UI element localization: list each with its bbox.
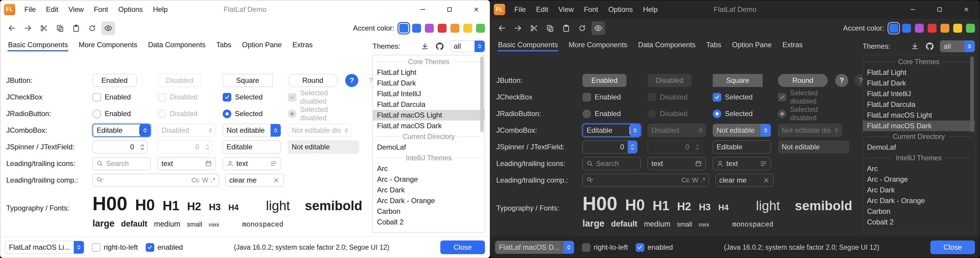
enabled-checkbox[interactable] [636, 243, 644, 252]
forward-icon[interactable] [511, 21, 525, 35]
match-case-icon[interactable]: Cc [191, 176, 199, 184]
themes-filter-combobox[interactable]: all [450, 40, 485, 52]
editable-textfield[interactable] [223, 141, 281, 154]
accent-swatch-blue[interactable] [412, 24, 421, 33]
paste-icon[interactable] [69, 21, 83, 35]
lookandfeel-combobox[interactable]: FlatLaf macOS D... [495, 241, 574, 254]
combobox-arrows-icon[interactable] [270, 124, 281, 136]
spinner-value[interactable]: 0 [583, 141, 628, 153]
date-field-input[interactable] [651, 160, 692, 168]
theme-item-carbon[interactable]: Carbon [373, 206, 485, 217]
checkbox-enabled[interactable] [92, 93, 101, 101]
editable-combobox[interactable]: Editable [582, 124, 641, 137]
copy-icon[interactable] [53, 21, 67, 35]
spinner-stepper-icon[interactable] [138, 141, 147, 153]
square-button[interactable]: Square [223, 74, 273, 87]
accent-swatch-orange[interactable] [940, 24, 950, 33]
checkbox-enabled[interactable] [582, 93, 591, 101]
radio-enabled[interactable] [582, 109, 591, 118]
user-field[interactable] [223, 157, 281, 170]
theme-item-flatlaf-intellij[interactable]: FlatLaf IntelliJ [373, 89, 485, 99]
theme-item-arc-dark-orange[interactable]: Arc Dark - Orange [373, 195, 485, 206]
editable-textfield-input[interactable] [227, 143, 277, 151]
tab-data-components[interactable]: Data Components [633, 39, 701, 54]
refresh-icon[interactable] [575, 21, 589, 35]
radio-enabled[interactable] [92, 109, 101, 118]
back-icon[interactable] [495, 21, 509, 35]
maximize-button[interactable] [436, 0, 463, 19]
search-options-field[interactable]: Cc W .* [582, 174, 709, 187]
theme-item-flatlaf-macos-dark[interactable]: FlatLaf macOS Dark [373, 120, 485, 131]
paste-icon[interactable] [559, 21, 573, 35]
themes-scrollbar-thumb[interactable] [970, 56, 974, 132]
match-case-icon[interactable]: Cc [681, 176, 689, 184]
menu-help[interactable]: Help [638, 0, 662, 19]
tab-tabs[interactable]: Tabs [701, 39, 727, 54]
enabled-button[interactable]: Enabled [582, 74, 627, 87]
tab-data-components[interactable]: Data Components [143, 39, 211, 54]
lookandfeel-combobox-value[interactable]: FlatLaf macOS D... [495, 241, 564, 253]
enabled-button[interactable]: Enabled [92, 74, 137, 87]
date-field-input[interactable] [161, 160, 202, 168]
right-to-left-checkbox[interactable] [582, 243, 590, 252]
accent-swatch-purple[interactable] [425, 24, 434, 33]
search-options-input[interactable] [106, 176, 189, 184]
enabled-checkbox[interactable] [146, 243, 154, 252]
tab-extras[interactable]: Extras [287, 39, 318, 54]
noneditable-combobox-value[interactable]: Not editable [713, 124, 760, 136]
accent-swatch-selected[interactable] [399, 24, 408, 33]
theme-item-arc-orange[interactable]: Arc - Orange [373, 174, 485, 185]
menu-options[interactable]: Options [113, 0, 148, 19]
theme-item-flatlaf-macos-light[interactable]: FlatLaf macOS Light [373, 110, 485, 120]
download-icon[interactable] [420, 41, 430, 52]
menu-list-icon[interactable] [270, 160, 277, 167]
theme-item-flatlaf-light[interactable]: FlatLaf Light [863, 67, 975, 78]
combobox-arrows-icon[interactable] [74, 241, 84, 253]
editable-textfield[interactable] [713, 141, 771, 154]
combobox-arrows-icon[interactable] [564, 241, 574, 253]
theme-item-demolaf[interactable]: DemoLaf [373, 142, 485, 153]
minimize-button[interactable] [899, 0, 926, 19]
clearable-field-input[interactable] [229, 176, 270, 184]
clear-icon[interactable] [273, 177, 280, 184]
clearable-field[interactable] [225, 174, 284, 187]
checkbox-selected[interactable] [713, 93, 721, 101]
noneditable-combobox-value[interactable]: Not editable [223, 124, 270, 136]
tab-tabs[interactable]: Tabs [211, 39, 237, 54]
user-field-input[interactable] [726, 160, 757, 168]
menu-view[interactable]: View [553, 0, 579, 19]
theme-item-flatlaf-darcula[interactable]: FlatLaf Darcula [373, 99, 485, 110]
show-hidden-eye-icon[interactable] [102, 21, 115, 35]
round-button[interactable]: Round [778, 74, 828, 87]
theme-item-carbon[interactable]: Carbon [863, 206, 975, 217]
radio-selected[interactable] [223, 109, 231, 118]
accent-swatch-orange[interactable] [450, 24, 460, 33]
spinner-value[interactable]: 0 [93, 141, 138, 153]
theme-item-flatlaf-intellij[interactable]: FlatLaf IntelliJ [863, 89, 975, 99]
theme-item-arc[interactable]: Arc [373, 163, 485, 174]
download-icon[interactable] [910, 41, 920, 52]
theme-item-arc-dark[interactable]: Arc Dark [863, 185, 975, 195]
theme-item-arc-orange[interactable]: Arc - Orange [863, 174, 975, 185]
radio-selected[interactable] [713, 109, 721, 118]
show-hidden-eye-icon[interactable] [592, 21, 605, 35]
clearable-field[interactable] [715, 174, 774, 187]
maximize-button[interactable] [926, 0, 953, 19]
tab-extras[interactable]: Extras [777, 39, 808, 54]
refresh-icon[interactable] [85, 21, 99, 35]
search-options-input[interactable] [596, 176, 679, 184]
tab-more-components[interactable]: More Components [73, 39, 142, 54]
tab-option-pane[interactable]: Option Pane [237, 39, 287, 54]
themes-filter-value[interactable]: all [940, 41, 964, 52]
themes-filter-value[interactable]: all [450, 41, 474, 52]
accent-swatch-green[interactable] [476, 24, 485, 33]
whole-word-icon[interactable]: W [202, 176, 208, 184]
editable-textfield-input[interactable] [717, 143, 767, 151]
search-field[interactable] [582, 157, 641, 170]
close-dialog-button[interactable]: Close [930, 241, 975, 254]
cut-icon[interactable] [527, 21, 541, 35]
accent-swatch-green[interactable] [966, 24, 975, 33]
cut-icon[interactable] [37, 21, 51, 35]
calendar-icon[interactable] [205, 160, 212, 167]
search-field[interactable] [92, 157, 151, 170]
